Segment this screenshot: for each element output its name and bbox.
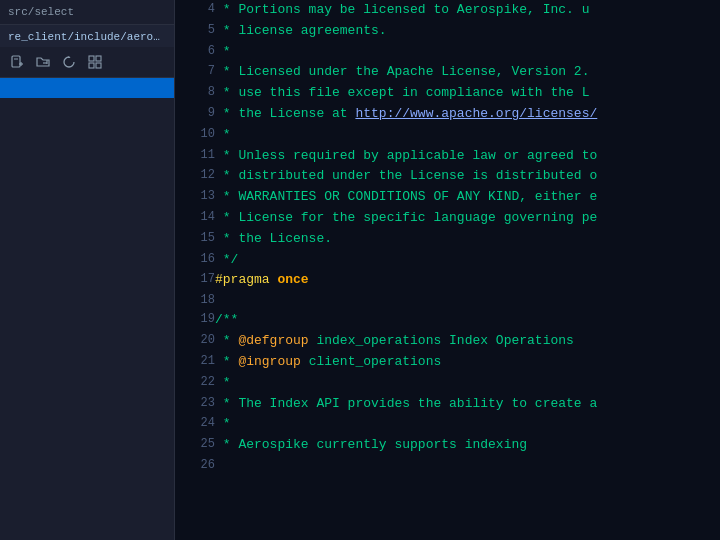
table-row: 22 * [175, 373, 720, 394]
line-code: * the License. [215, 229, 720, 250]
line-number: 9 [175, 104, 215, 125]
table-row: 14 * License for the specific language g… [175, 208, 720, 229]
table-row: 20 * @defgroup index_operations Index Op… [175, 331, 720, 352]
line-number: 6 [175, 42, 215, 63]
line-number: 16 [175, 250, 215, 271]
table-row: 17#pragma once [175, 270, 720, 291]
line-number: 22 [175, 373, 215, 394]
line-code: */ [215, 250, 720, 271]
sidebar-toolbar [0, 47, 174, 78]
line-code: * the License at http://www.apache.org/l… [215, 104, 720, 125]
line-number: 18 [175, 291, 215, 310]
line-code: * WARRANTIES OR CONDITIONS OF ANY KIND, … [215, 187, 720, 208]
table-row: 19/** [175, 310, 720, 331]
line-number: 11 [175, 146, 215, 167]
table-row: 16 */ [175, 250, 720, 271]
table-row: 11 * Unless required by applicable law o… [175, 146, 720, 167]
line-number: 19 [175, 310, 215, 331]
table-row: 26 [175, 456, 720, 475]
table-row: 21 * @ingroup client_operations [175, 352, 720, 373]
line-code: * [215, 125, 720, 146]
table-row: 7 * Licensed under the Apache License, V… [175, 62, 720, 83]
line-code: * distributed under the License is distr… [215, 166, 720, 187]
line-code: * @defgroup index_operations Index Opera… [215, 331, 720, 352]
sidebar-path: re_client/include/aerospike [0, 25, 174, 47]
line-number: 17 [175, 270, 215, 291]
table-row: 18 [175, 291, 720, 310]
line-number: 14 [175, 208, 215, 229]
table-row: 25 * Aerospike currently supports indexi… [175, 435, 720, 456]
sidebar-file-list [0, 78, 174, 540]
line-number: 20 [175, 331, 215, 352]
svg-rect-0 [12, 56, 20, 67]
line-number: 5 [175, 21, 215, 42]
line-number: 26 [175, 456, 215, 475]
new-folder-button[interactable] [32, 51, 54, 73]
line-code: * [215, 414, 720, 435]
table-row: 23 * The Index API provides the ability … [175, 394, 720, 415]
main-content: 4 * Portions may be licensed to Aerospik… [175, 0, 720, 540]
new-file-button[interactable] [6, 51, 28, 73]
line-number: 10 [175, 125, 215, 146]
line-code: * use this file except in compliance wit… [215, 83, 720, 104]
line-number: 25 [175, 435, 215, 456]
line-number: 15 [175, 229, 215, 250]
svg-rect-9 [96, 63, 101, 68]
refresh-button[interactable] [58, 51, 80, 73]
svg-rect-8 [89, 63, 94, 68]
line-code: * [215, 373, 720, 394]
collapse-button[interactable] [84, 51, 106, 73]
line-code: * Unless required by applicable law or a… [215, 146, 720, 167]
line-code: * @ingroup client_operations [215, 352, 720, 373]
sidebar: src/select re_client/include/aerospike [0, 0, 175, 540]
line-number: 4 [175, 0, 215, 21]
line-code: * Portions may be licensed to Aerospike,… [215, 0, 720, 21]
svg-rect-6 [89, 56, 94, 61]
sidebar-header: src/select [0, 0, 174, 25]
table-row: 24 * [175, 414, 720, 435]
line-number: 21 [175, 352, 215, 373]
line-number: 12 [175, 166, 215, 187]
line-code: #pragma once [215, 270, 720, 291]
line-number: 24 [175, 414, 215, 435]
table-row: 5 * license agreements. [175, 21, 720, 42]
line-code: * The Index API provides the ability to … [215, 394, 720, 415]
line-number: 23 [175, 394, 215, 415]
table-row: 4 * Portions may be licensed to Aerospik… [175, 0, 720, 21]
table-row: 15 * the License. [175, 229, 720, 250]
line-code: /** [215, 310, 720, 331]
line-code: * [215, 42, 720, 63]
line-code: * Licensed under the Apache License, Ver… [215, 62, 720, 83]
line-code: * Aerospike currently supports indexing [215, 435, 720, 456]
table-row: 9 * the License at http://www.apache.org… [175, 104, 720, 125]
svg-rect-7 [96, 56, 101, 61]
line-code: * license agreements. [215, 21, 720, 42]
table-row: 10 * [175, 125, 720, 146]
code-table: 4 * Portions may be licensed to Aerospik… [175, 0, 720, 475]
table-row: 8 * use this file except in compliance w… [175, 83, 720, 104]
line-number: 7 [175, 62, 215, 83]
line-code [215, 456, 720, 475]
line-number: 8 [175, 83, 215, 104]
table-row: 12 * distributed under the License is di… [175, 166, 720, 187]
line-number: 13 [175, 187, 215, 208]
table-row: 6 * [175, 42, 720, 63]
line-code [215, 291, 720, 310]
table-row: 13 * WARRANTIES OR CONDITIONS OF ANY KIN… [175, 187, 720, 208]
line-code: * License for the specific language gove… [215, 208, 720, 229]
sidebar-active-item[interactable] [0, 78, 174, 98]
code-editor: 4 * Portions may be licensed to Aerospik… [175, 0, 720, 540]
